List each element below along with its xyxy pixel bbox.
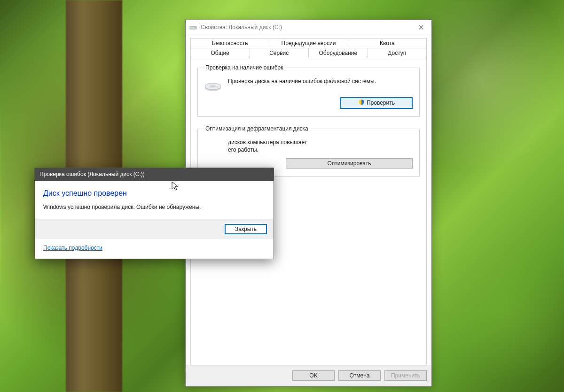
apply-label: Применить [391,372,420,379]
close-label: Закрыть [235,226,257,232]
window-title: Свойства: Локальный диск (C:) [201,24,411,31]
cancel-label: Отмена [349,372,369,379]
apply-button[interactable]: Применить [384,370,427,381]
check-button-label: Проверить [367,100,395,106]
disk-icon [204,79,222,92]
tab-general[interactable]: Общие [190,48,250,58]
close-button[interactable] [411,20,431,34]
tab-label: Сервис [269,50,289,56]
cursor-icon [172,181,179,192]
svg-point-1 [195,27,196,28]
optimize-text-line1: дисков компьютера повышает [228,139,307,146]
tab-tools[interactable]: Сервис [250,48,309,58]
optimize-text-line2: его работы. [228,146,258,153]
close-button[interactable]: Закрыть [225,224,267,234]
tab-label: Оборудование [319,50,357,56]
drive-icon [189,23,197,31]
svg-point-4 [210,85,216,88]
msg-body: Диск успешно проверен Windows успешно пр… [35,181,274,219]
error-checking-description: Проверка диска на наличие ошибок файлово… [228,77,376,85]
tab-label: Доступ [388,50,406,56]
tab-previous-versions[interactable]: Предыдущие версии [269,38,348,48]
msg-title: Проверка ошибок (Локальный диск (C:)) [39,171,145,177]
error-check-result-dialog: Проверка ошибок (Локальный диск (C:)) Ди… [34,168,274,259]
msg-footer: Показать подробности [35,239,274,259]
show-details-link[interactable]: Показать подробности [43,245,102,251]
titlebar[interactable]: Свойства: Локальный диск (C:) [186,20,431,34]
msg-heading: Диск успешно проверен [43,189,265,198]
ok-button[interactable]: OK [292,370,335,381]
shield-icon [358,99,365,107]
optimize-button-label: Оптимизировать [328,160,371,167]
optimize-button[interactable]: Оптимизировать [286,158,413,169]
tabs-row-1: Безопасность Предыдущие версии Квота [190,38,427,48]
tab-security[interactable]: Безопасность [190,38,269,48]
optimize-legend: Оптимизация и дефрагментация диска [204,125,310,132]
msg-text: Windows успешно проверила диск. Ошибки н… [43,203,265,211]
msg-button-bar: Закрыть [35,219,274,239]
details-label: Показать подробности [43,245,102,251]
dialog-button-bar: OK Отмена Применить [186,365,431,386]
error-checking-group: Проверка на наличие ошибок Проверка диск… [197,64,420,117]
tab-label: Общие [211,50,229,56]
cancel-button[interactable]: Отмена [338,370,381,381]
tab-label: Квота [380,40,395,46]
tab-label: Безопасность [212,40,248,46]
msg-titlebar[interactable]: Проверка ошибок (Локальный диск (C:)) [35,168,274,181]
ok-label: OK [309,372,317,379]
tab-sharing[interactable]: Доступ [368,48,427,58]
tabs-row-2: Общие Сервис Оборудование Доступ [190,48,427,58]
tab-hardware[interactable]: Оборудование [309,48,368,58]
tab-quota[interactable]: Квота [348,38,427,48]
check-button[interactable]: Проверить [340,97,413,109]
error-checking-legend: Проверка на наличие ошибок [204,64,285,71]
tab-label: Предыдущие версии [282,40,336,46]
optimize-description: дисков компьютера повышает его работы. [228,138,307,154]
